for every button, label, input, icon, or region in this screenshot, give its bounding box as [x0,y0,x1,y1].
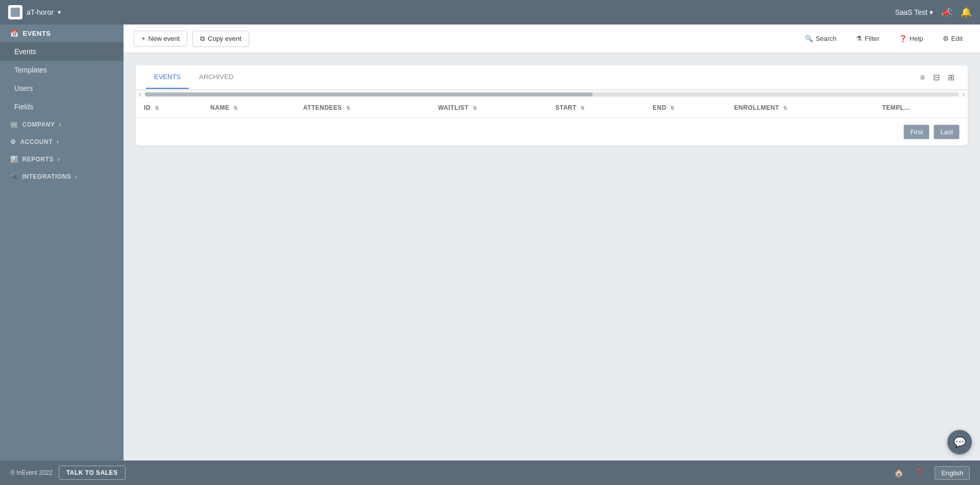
language-selector[interactable]: English [935,466,970,480]
table-header-row: ID ⇅ NAME ⇅ ATTENDEES ⇅ [136,98,968,118]
first-page-button[interactable]: First [903,125,929,139]
company-icon: 🏢 [10,121,18,128]
col-name-label: NAME [210,104,229,111]
col-start-sort-icon: ⇅ [580,105,585,111]
megaphone-icon[interactable]: 📣 [941,7,952,18]
scrollbar-thumb [145,92,593,96]
col-waitlist[interactable]: WAITLIST ⇅ [430,98,547,118]
col-end-sort-icon: ⇅ [670,105,675,111]
integrations-label: INTEGRATIONS [22,173,71,180]
events-table: ID ⇅ NAME ⇅ ATTENDEES ⇅ [136,98,968,118]
col-end-label: END [653,104,667,111]
new-event-button[interactable]: + New event [134,31,187,46]
app-title: aT-horor [27,8,54,16]
navbar-left: aT-horor ▾ [8,5,61,19]
talk-to-sales-button[interactable]: TALK TO SALES [59,466,126,480]
col-waitlist-sort-icon: ⇅ [473,105,477,111]
tab-archived-label: ARCHIVED [199,73,233,81]
copy-event-label: Copy event [208,35,241,42]
account-icon: ⚙ [10,138,16,146]
filter-icon: ⚗ [856,35,862,42]
col-enrollment[interactable]: ENROLLMENT ⇅ [726,98,874,118]
col-template-label: TEMPL... [882,104,910,111]
search-button[interactable]: 🔍 Search [798,31,844,46]
events-panel: EVENTS ARCHIVED ≡ ⊟ ⊞ ‹ [136,65,968,146]
view-grid-button[interactable]: ⊞ [945,70,958,84]
events-section-icon: 📅 [10,30,19,37]
col-name-sort-icon: ⇅ [233,105,238,111]
sidebar-events-header: 📅 EVENTS [0,25,124,42]
reports-chevron-icon: › [58,156,60,163]
col-attendees-label: ATTENDEES [303,104,342,111]
sidebar-integrations[interactable]: 🔌 INTEGRATIONS › [0,168,124,185]
content-area: + New event ⧉ Copy event 🔍 Search ⚗ Filt… [124,25,980,460]
footer-help-icon[interactable]: ❓ [914,468,924,478]
sidebar-item-fields[interactable]: Fields [0,98,124,116]
user-chevron-icon: ▾ [929,8,933,16]
scroll-left-arrow[interactable]: ‹ [136,90,144,99]
col-end[interactable]: END ⇅ [645,98,726,118]
table-container: ‹ › ID ⇅ [136,90,968,118]
sidebar-item-users[interactable]: Users [0,79,124,98]
tab-events-label: EVENTS [154,73,181,81]
sidebar-account[interactable]: ⚙ ACCOUNT › [0,133,124,151]
plus-icon: + [141,35,145,42]
col-id-sort-icon: ⇅ [155,105,159,111]
edit-icon: ⚙ [943,35,949,42]
filter-label: Filter [865,35,879,42]
chat-bubble[interactable]: 💬 [947,430,972,454]
sidebar-reports[interactable]: 📊 REPORTS › [0,151,124,168]
sidebar-events-label: Events [14,47,36,56]
main-layout: 📅 EVENTS Events Templates Users Fields 🏢… [0,25,980,460]
col-attendees[interactable]: ATTENDEES ⇅ [295,98,430,118]
scrollbar-track[interactable] [145,92,959,96]
edit-label: Edit [951,35,963,42]
events-tabs-left: EVENTS ARCHIVED [146,66,243,89]
top-navbar: aT-horor ▾ SaaS Test ▾ 📣 🔔 [0,0,980,25]
col-id[interactable]: ID ⇅ [136,98,202,118]
sidebar-item-templates[interactable]: Templates [0,61,124,79]
search-label: Search [816,35,837,42]
user-name[interactable]: SaaS Test ▾ [895,8,933,16]
filter-button[interactable]: ⚗ Filter [849,31,887,46]
page-content: EVENTS ARCHIVED ≡ ⊟ ⊞ ‹ [124,53,980,460]
sidebar: 📅 EVENTS Events Templates Users Fields 🏢… [0,25,124,460]
edit-button[interactable]: ⚙ Edit [936,31,970,46]
scroll-right-arrow[interactable]: › [960,90,968,99]
view-compact-button[interactable]: ⊟ [930,70,943,84]
account-label: ACCOUNT [20,138,53,146]
tab-events[interactable]: EVENTS [146,66,189,89]
col-name[interactable]: NAME ⇅ [202,98,295,118]
help-button[interactable]: ❓ Help [892,31,930,46]
bell-icon[interactable]: 🔔 [961,7,972,18]
navbar-right: SaaS Test ▾ 📣 🔔 [895,7,972,18]
footer-right: 🏠 ❓ English [894,466,970,480]
footer: ® InEvent 2022 TALK TO SALES 🏠 ❓ English [0,460,980,485]
events-section-label: EVENTS [23,30,51,37]
tab-archived[interactable]: ARCHIVED [191,66,241,89]
reports-label: REPORTS [22,156,54,163]
col-waitlist-label: WAITLIST [438,104,469,111]
col-enrollment-sort-icon: ⇅ [783,105,788,111]
col-template: TEMPL... [874,98,968,118]
copyright-text: ® InEvent 2022 [10,469,53,476]
horizontal-scrollbar: ‹ › [136,90,968,98]
sidebar-item-events[interactable]: Events [0,42,124,61]
col-id-label: ID [144,104,151,111]
pagination: First Last [136,118,968,146]
last-page-button[interactable]: Last [934,125,960,139]
col-start-label: START [555,104,577,111]
sidebar-company[interactable]: 🏢 COMPANY › [0,116,124,133]
toolbar: + New event ⧉ Copy event 🔍 Search ⚗ Filt… [124,25,980,53]
integrations-icon: 🔌 [10,173,18,180]
new-event-label: New event [149,35,180,42]
view-list-button[interactable]: ≡ [917,70,928,84]
footer-home-icon[interactable]: 🏠 [894,468,904,478]
help-label: Help [910,35,923,42]
integrations-chevron-icon: › [75,173,78,180]
help-icon: ❓ [899,35,907,42]
view-toggles: ≡ ⊟ ⊞ [917,65,958,89]
app-chevron-icon[interactable]: ▾ [58,9,61,16]
copy-event-button[interactable]: ⧉ Copy event [192,31,249,47]
col-start[interactable]: START ⇅ [547,98,645,118]
